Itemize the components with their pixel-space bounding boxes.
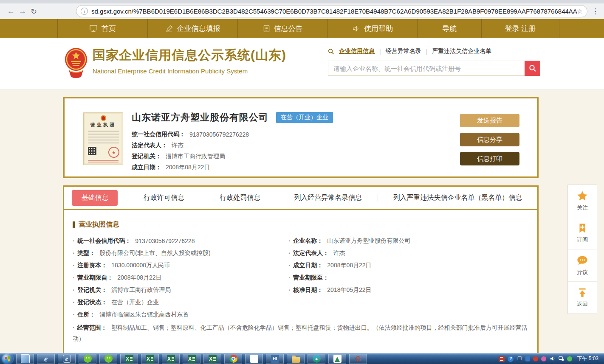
license-red-seal: ★: [107, 146, 121, 159]
chat-bubble-icon: [576, 255, 588, 266]
photo-viewer-icon[interactable]: [245, 354, 263, 364]
business-license-image[interactable]: 营业执照 ★: [83, 112, 123, 165]
magnifier-icon: [328, 48, 334, 55]
search-tab-blacklist[interactable]: 严重违法失信企业名单: [432, 48, 491, 55]
license-emblem-icon: [101, 115, 106, 121]
tab-admin-penalty[interactable]: 行政处罚信息: [220, 193, 260, 202]
chrome-icon[interactable]: [224, 354, 242, 364]
360-safe-drop-icon[interactable]: ●: [308, 354, 325, 364]
expand-icon[interactable]: ❐: [517, 356, 522, 362]
baidu-hi-icon[interactable]: HI: [266, 354, 284, 364]
objection-button[interactable]: 异议: [568, 249, 597, 282]
browser-menu-icon[interactable]: ⋮: [592, 7, 599, 16]
company-summary-card: 营业执照 ★ 山东诺亚方舟塑业股份有限公司 在营（开业）企业 统一社会信用代码：…: [63, 97, 539, 178]
excel-icon[interactable]: X: [120, 354, 138, 364]
windows-flag-icon: [5, 356, 11, 362]
start-button[interactable]: [2, 354, 13, 364]
network-icon[interactable]: [558, 356, 564, 362]
nav-item-label: 导航: [442, 24, 457, 34]
excel-icon[interactable]: X: [183, 354, 200, 364]
excel-icon[interactable]: X: [203, 354, 221, 364]
page-info-icon[interactable]: i: [81, 8, 88, 15]
back-icon[interactable]: ←: [5, 7, 17, 16]
print-info-button[interactable]: 信息打印: [460, 152, 519, 165]
wechat-icon[interactable]: [99, 354, 117, 364]
system-tray: ? ❐ 下午 5:03: [499, 355, 602, 362]
site-subtitle: National Enterprise Credit Information P…: [93, 67, 286, 75]
search-input[interactable]: [328, 61, 525, 76]
forward-icon[interactable]: →: [17, 7, 28, 16]
nav-item-navigation[interactable]: 导航: [417, 19, 481, 38]
license-red-text: [88, 160, 119, 162]
floating-side-toolbar: 关注 订阅 异议 返回: [567, 185, 597, 314]
tray-blue-icon[interactable]: [525, 356, 530, 361]
site-title: 国家企业信用信息公示系统(山东): [93, 47, 286, 64]
nav-item-label: 登录 注册: [505, 24, 536, 34]
nav-item-home[interactable]: 首页: [57, 19, 147, 38]
browser-tabstrip: [0, 0, 604, 3]
tray-pink-icon[interactable]: [541, 356, 546, 361]
address-bar[interactable]: i sd.gsxt.gov.cn/%7BB6D019E6D1B6E86B3DC2…: [76, 5, 587, 17]
info-row: ·登记机关：淄博市工商行政管理局 ·核准日期：2018年05月22日: [73, 284, 529, 296]
browser-toolbar: ← → ↻ i sd.gsxt.gov.cn/%7BB6D019E6D1B6E8…: [0, 0, 604, 19]
windows-taskbar: e e X X X X X HI ● G ? ❐ 下午 5:03: [0, 353, 604, 364]
tab-blacklist[interactable]: 列入严重违法失信企业名单（黑名单）信息: [393, 193, 522, 202]
license-text-lines: [88, 131, 119, 145]
national-emblem-logo: [64, 47, 88, 81]
bookmark-plus-icon: [577, 223, 588, 234]
separator: |: [426, 48, 428, 55]
license-info-section: 营业执照信息 ·统一社会信用代码：913703056792276228 ·企业名…: [64, 210, 537, 344]
info-row: ·类型：股份有限公司(非上市、自然人投资或控股) ·法定代表人：许杰: [73, 247, 529, 259]
back-to-top-button[interactable]: 返回: [568, 282, 597, 314]
tab-admin-license[interactable]: 行政许可信息: [144, 193, 184, 202]
info-row: ·住所：淄博市临淄区朱台镇北高西村东首: [73, 308, 529, 321]
tray-red-icon[interactable]: [533, 356, 538, 361]
folder-icon[interactable]: [287, 354, 305, 364]
nav-item-enterprise-report[interactable]: 企业信息填报: [147, 19, 237, 38]
star-icon: [576, 190, 588, 202]
speaker-icon: [352, 25, 360, 32]
pine-tree-icon[interactable]: [328, 354, 346, 364]
browser-360-icon[interactable]: e: [58, 354, 76, 364]
internet-explorer-icon[interactable]: e: [37, 354, 55, 364]
refresh-icon[interactable]: ↻: [28, 7, 40, 16]
nav-item-label: 首页: [102, 24, 116, 34]
site-header: 国家企业信用信息公示系统(山东) National Enterprise Cre…: [0, 38, 604, 90]
nav-item-help[interactable]: 使用帮助: [327, 19, 417, 38]
search-tabs: 企业信用信息 | 经营异常名录 | 严重违法失信企业名单: [328, 48, 540, 55]
tab-abnormal-list[interactable]: 列入经营异常名录信息: [294, 193, 362, 202]
follow-button[interactable]: 关注: [568, 185, 597, 217]
company-field-credit-code: 统一社会信用代码： 913703056792276228: [132, 129, 333, 140]
wechat-icon[interactable]: [79, 354, 96, 364]
nav-item-announcements[interactable]: 信息公告: [237, 19, 327, 38]
show-desktop-window-icon[interactable]: [16, 354, 34, 364]
taskbar-clock[interactable]: 下午 5:03: [575, 355, 602, 362]
search-tab-abnormal-list[interactable]: 经营异常名录: [386, 48, 421, 55]
ime-icon[interactable]: [499, 356, 505, 362]
tray-green-icon[interactable]: [567, 356, 572, 361]
section-marker: [73, 221, 75, 228]
help-icon[interactable]: ?: [508, 356, 514, 362]
company-action-buttons: 发送报告 信息分享 信息打印: [460, 114, 519, 165]
excel-icon[interactable]: X: [162, 354, 180, 364]
subscribe-button[interactable]: 订阅: [568, 217, 597, 249]
volume-icon[interactable]: [549, 356, 555, 362]
search-button[interactable]: [525, 61, 540, 76]
company-main-info: 山东诺亚方舟塑业股份有限公司 在营（开业）企业 统一社会信用代码： 913703…: [132, 111, 333, 173]
section-title: 营业执照信息: [79, 220, 119, 229]
share-info-button[interactable]: 信息分享: [460, 133, 519, 146]
pen-form-icon: [165, 25, 173, 33]
search-area: 企业信用信息 | 经营异常名录 | 严重违法失信企业名单: [328, 48, 540, 76]
bookmark-star-icon[interactable]: ☆: [577, 7, 583, 15]
send-report-button[interactable]: 发送报告: [460, 114, 519, 127]
company-field-registry: 登记机关： 淄博市工商行政管理局: [132, 151, 333, 162]
nav-spacer: [0, 19, 57, 38]
back-to-top-icon: [577, 287, 588, 298]
excel-icon[interactable]: X: [141, 354, 159, 364]
red-g-icon[interactable]: G: [349, 354, 367, 364]
search-box: [328, 61, 540, 76]
search-tab-credit-info[interactable]: 企业信用信息: [339, 48, 375, 55]
tab-basic-info[interactable]: 基础信息: [72, 190, 118, 206]
license-qr-code: [88, 147, 96, 155]
nav-item-login-register[interactable]: 登录 注册: [481, 19, 559, 38]
